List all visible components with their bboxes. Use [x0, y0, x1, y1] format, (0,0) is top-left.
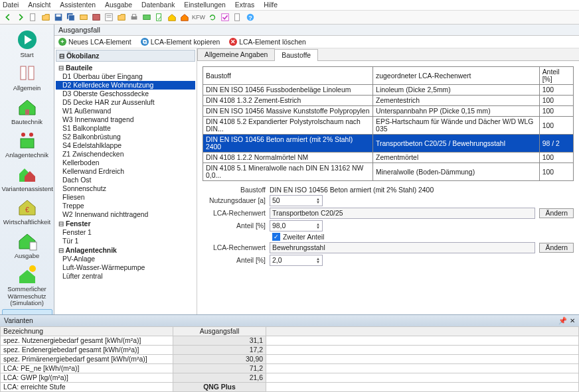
tree-group-fenster[interactable]: Fenster — [56, 219, 195, 228]
table-row[interactable]: DIN EN ISO 10456 Massive Kunststoffe Pol… — [203, 106, 574, 117]
tree-item[interactable]: Treppe — [56, 202, 195, 210]
tree-item[interactable]: Lüfter zentral — [56, 272, 195, 281]
back-icon[interactable] — [3, 12, 13, 23]
tree-item[interactable]: Tür 1 — [56, 237, 195, 245]
menu-assistenten[interactable]: Assistenten — [60, 1, 96, 9]
card-icon[interactable] — [78, 12, 89, 23]
db-icon[interactable] — [91, 12, 102, 23]
sidebar-item-anlagentechnik[interactable]: Anlagentechnik — [2, 128, 52, 160]
tree-item-selected[interactable]: D2 Kellerdecke Wohnnutzung — [56, 81, 195, 90]
varianten-pane: Varianten 📌✕ BezeichnungAusgangsfall spe… — [0, 314, 579, 392]
forward-icon[interactable] — [15, 12, 26, 23]
sidebar-item-varianten[interactable]: Variantenassistent — [2, 162, 52, 194]
table-row[interactable]: DIN 4108 1.2.2 Normalmörtel NMZementmört… — [203, 153, 574, 163]
tree-item[interactable]: PV-Anlage — [56, 255, 195, 263]
aendern2-button[interactable]: Ändern — [539, 243, 574, 253]
home2-icon[interactable] — [179, 12, 190, 23]
tree-item[interactable]: D5 Decke HAR zur Aussenluft — [56, 98, 195, 107]
tree-item[interactable]: W3 Innenwand tragend — [56, 115, 195, 124]
tree-item[interactable]: W1 Außenwand — [56, 107, 195, 115]
tree-item[interactable]: D1 Überbau über Eingang — [56, 72, 195, 81]
menu-datei[interactable]: Datei — [3, 1, 19, 9]
table-row[interactable]: DIN 4108 5.2 Expandierter Polystyrolscha… — [203, 117, 574, 135]
tree-group-bauteile[interactable]: Bauteile — [56, 63, 195, 72]
kfw-label[interactable]: KFW — [192, 12, 205, 23]
tree-item[interactable]: Kellerboden — [56, 159, 195, 167]
spinner-icon[interactable]: ▲▼ — [316, 257, 320, 264]
sidebar-item-bautechnik[interactable]: Bautechnik — [2, 95, 52, 127]
pin-icon[interactable]: 📌 — [558, 316, 567, 325]
var-row[interactable]: LCA: GWP [kg/(m²a)]21,6 — [1, 373, 579, 383]
details-body: Baustoffzugeordneter LCA-RechenwertAntei… — [197, 61, 579, 314]
sidebar-item-sommer[interactable]: Sommerlicher Wärmeschutz (Simulation) — [2, 262, 52, 308]
sidebar-item-start[interactable]: Start — [2, 28, 52, 60]
tree-item[interactable]: W2 Innenwand nichttragend — [56, 210, 195, 219]
tab-baustoffe[interactable]: Baustoffe — [274, 49, 318, 61]
tree-item[interactable]: S1 Balkonplatte — [56, 124, 195, 133]
anteil2-input[interactable]: 2,0▲▼ — [270, 255, 323, 266]
tech-icon — [17, 129, 38, 151]
tree-root[interactable]: ⊟ Ökobilanz — [56, 50, 195, 62]
menu-ansicht[interactable]: Ansicht — [28, 1, 50, 9]
aendern1-button[interactable]: Ändern — [539, 208, 574, 218]
tree-item[interactable]: Kellerwand Erdreich — [56, 167, 195, 176]
sidebar-item-oekobilanz[interactable]: Ökobilanz — [2, 309, 52, 314]
tree-item[interactable]: Dach Ost — [56, 176, 195, 184]
new-icon[interactable] — [28, 12, 39, 23]
tree-item[interactable]: D3 Oberste Geschossdecke — [56, 90, 195, 98]
var-row[interactable]: LCA: PE_ne [kWh/(m²a)]71,2 — [1, 364, 579, 373]
table-row[interactable]: DIN EN ISO 10456 Fussbodenbeläge Linoleu… — [203, 85, 574, 96]
col-baustoff: Baustoff — [203, 67, 373, 85]
svg-rect-21 — [25, 109, 29, 115]
folder-icon[interactable] — [116, 12, 127, 23]
saveall-icon[interactable] — [66, 12, 76, 23]
tree-group-anlagen[interactable]: Anlagentechnik — [56, 245, 195, 255]
zweiter-anteil-checkbox[interactable]: ✓Zweiter Anteil — [272, 233, 574, 241]
menu-ausgabe[interactable]: Ausgabe — [105, 1, 132, 9]
menu-einstellungen[interactable]: Einstellungen — [184, 1, 225, 9]
table-row[interactable]: DIN 4108 1.3.2 Zement-EstrichZementestri… — [203, 96, 574, 106]
lca-delete-button[interactable]: ✕LCA-Element löschen — [229, 38, 306, 46]
tree-item[interactable]: Fliesen — [56, 193, 195, 202]
close-icon[interactable]: ✕ — [570, 316, 575, 325]
spinner-icon[interactable]: ▲▼ — [316, 198, 320, 204]
help-icon[interactable]: ? — [245, 12, 256, 23]
anteil1-input[interactable]: 98,0▲▼ — [270, 220, 323, 231]
tree-item[interactable]: Fenster 1 — [56, 228, 195, 237]
menu-extras[interactable]: Extras — [235, 1, 254, 9]
tree-item[interactable]: S4 Edelstahlklappe — [56, 141, 195, 150]
print-icon[interactable] — [129, 12, 139, 23]
check-icon[interactable] — [220, 12, 230, 23]
sidebar-item-wirtschaft[interactable]: €Wirtschaftlichkeit — [2, 195, 52, 227]
table-row[interactable]: DIN 4108 5.1 Mineralwolle nach DIN EN 13… — [203, 163, 574, 181]
baustoff-table[interactable]: Baustoffzugeordneter LCA-RechenwertAntei… — [203, 66, 574, 181]
spinner-icon[interactable]: ▲▼ — [316, 223, 320, 229]
save-icon[interactable] — [53, 12, 64, 23]
refresh-icon[interactable] — [207, 12, 218, 23]
var-row[interactable]: spez. Primärenergiebedarf gesamt [kWh/(m… — [1, 355, 579, 364]
nutzungsdauer-input[interactable]: 50▲▼ — [270, 195, 323, 206]
var-row[interactable]: spez. Nutzenergiebedarf gesamt [kWh/(m²a… — [1, 336, 579, 346]
table-row-selected[interactable]: DIN EN ISO 10456 Beton armiert (mit 2% S… — [203, 135, 574, 153]
var-row[interactable]: spez. Endenergiebedarf gesamt [kWh/(m²a)… — [1, 346, 579, 355]
tree-item[interactable]: S2 Balkonbrüstung — [56, 133, 195, 141]
export-icon[interactable] — [141, 12, 152, 23]
sidebar-item-ausgabe[interactable]: Ausgabe — [2, 229, 52, 261]
tab-allgemeine[interactable]: Allgemeine Angaben — [197, 48, 275, 60]
lca-copy-button[interactable]: ⧉LCA-Element kopieren — [141, 38, 220, 46]
sidebar-item-allgemein[interactable]: Allgemein — [2, 61, 52, 93]
menu-datenbank[interactable]: Datenbank — [141, 1, 175, 9]
doc2-icon[interactable] — [232, 12, 243, 23]
list-icon[interactable] — [104, 12, 114, 23]
menu-hilfe[interactable]: Hilfe — [264, 1, 278, 9]
varianten-table[interactable]: BezeichnungAusgangsfall spez. Nutzenergi… — [0, 326, 579, 392]
lca-new-button[interactable]: +Neues LCA-Element — [58, 38, 131, 46]
home-icon[interactable] — [167, 12, 177, 23]
var-row[interactable]: LCA: erreichte StufeQNG Plus — [1, 383, 579, 392]
doc-icon[interactable] — [154, 12, 165, 23]
tree[interactable]: ⊟ Ökobilanz Bauteile D1 Überbau über Ein… — [54, 48, 197, 314]
tree-item[interactable]: Sonnenschutz — [56, 184, 195, 193]
tree-item[interactable]: Luft-Wasser-Wärmepumpe — [56, 263, 195, 272]
open-icon[interactable] — [41, 12, 51, 23]
tree-item[interactable]: Z1 Zwischendecken — [56, 150, 195, 159]
